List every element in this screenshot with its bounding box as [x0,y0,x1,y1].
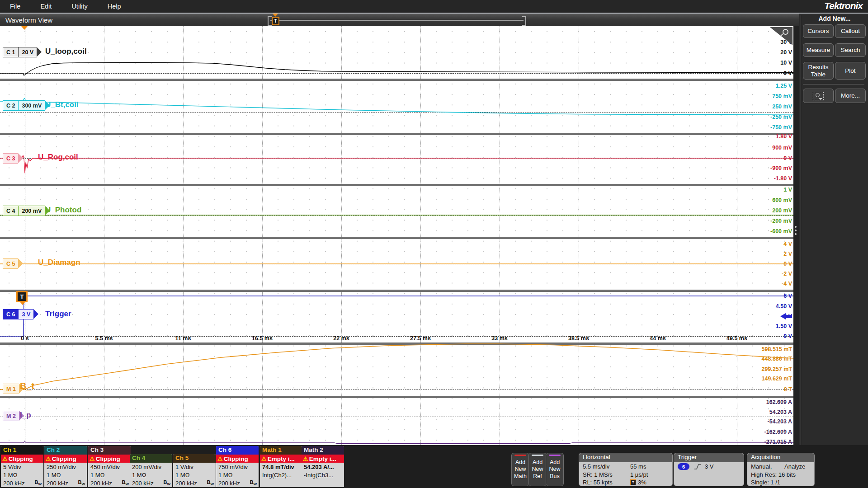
bottom-badge-math2[interactable]: Math 2⚠Empty i...54.203 A/...-Intg(Ch3..… [302,446,344,487]
graticule-division-line [658,26,658,446]
axis-label-M1: 299.257 mT [762,366,792,372]
bottom-badge-math1[interactable]: Math 1⚠Empty i...74.8 mT/divIntg(Ch2)... [260,446,302,487]
bottom-badge-row: 1 MΩ [173,471,216,479]
bottom-badge-row: 200 kHzBW [44,479,87,487]
graticule[interactable] [0,26,793,446]
trigger-panel[interactable]: Trigger 6 3 V [674,453,744,486]
channel-badge-C5[interactable]: C 5 [3,258,23,269]
record-trigger-icon[interactable]: T [272,17,279,25]
time-axis-label: 5.5 ms [95,335,113,342]
bottom-badge-ch4[interactable]: Ch 4200 mV/div1 MΩ200 kHzBW [130,454,172,487]
channel-badge-C1[interactable]: C 120 V [3,47,42,57]
channel-label-C5[interactable]: U_Diamagn [38,258,80,267]
trigger-level-tail [785,315,792,318]
axis-label-C3: -1.80 V [774,175,792,182]
strip-divider [0,237,793,239]
sidebar-button-results-table[interactable]: Results Table [803,62,834,80]
add-new-ref-button[interactable]: AddNewRef [528,453,547,486]
warning-icon: ⚠ [2,455,8,462]
axis-label-C5: -2 V [782,271,792,277]
channel-badge-name: C 2 [3,100,18,111]
channel-badge-C2[interactable]: C 2300 mV [3,100,50,111]
zoom-select-icon [813,92,824,100]
bottom-badge-row: 1 V/div [173,463,216,471]
sidebar-divider [803,84,864,84]
bottom-badge-row: 200 kHzBW [88,479,131,487]
record-trigger-arrow-icon [273,14,278,17]
axis-label-M2: 162.609 A [766,399,792,405]
bottom-badge-ch3[interactable]: Ch 3⚠Clipping450 mV/div1 MΩ200 kHzBW [88,446,131,487]
channel-badge-scale: 3 V [18,309,33,319]
axis-label-C5: 0 V [783,261,792,267]
time-axis-label: 33 ms [491,335,507,342]
channel-badge-C3[interactable]: C 3 [3,153,23,164]
horizontal-window: 55 ms [630,463,646,470]
zoom-corner-button[interactable] [770,27,793,45]
bottom-badge-warning: ⚠Empty i... [260,455,302,463]
channel-badge-C4[interactable]: C 4200 mV [3,206,50,216]
strip-divider [0,79,793,81]
channel-badge-C6[interactable]: C 63 V [3,309,38,319]
menu-item-utility[interactable]: Utility [71,3,87,10]
bottom-badge-row: 200 kHzBW [1,479,43,487]
menu-item-file[interactable]: File [10,3,20,10]
panel-drag-handle[interactable] [795,226,797,235]
add-new-math-button[interactable]: AddNewMath [511,453,529,486]
trigger-T-marker[interactable]: T [16,291,28,302]
record-bar-right-bracket [522,16,526,26]
channel-label-M2[interactable]: I_p [20,411,31,420]
time-axis-label: 44 ms [650,335,665,342]
graticule-division-line [341,26,342,446]
axis-label-C4: 1 V [783,187,792,193]
horizontal-record-length: RL: 55 kpts [583,479,630,486]
horizontal-sample-rate: SR: 1 MS/s [583,471,630,478]
add-new-bus-button[interactable]: AddNewBus [546,453,564,486]
bottom-badge-ch2[interactable]: Ch 2⚠Clipping250 mV/div1 MΩ200 kHzBW [44,446,87,487]
horizontal-panel[interactable]: Horizontal 5.5 ms/div55 ms SR: 1 MS/s1 µ… [579,453,673,486]
add-new-accent [514,455,526,456]
channel-badge-name: C 6 [3,309,18,319]
channel-badge-name: C 1 [3,47,18,57]
trigger-top-marker-icon[interactable] [21,26,28,30]
axis-label-C5: -4 V [782,281,792,287]
axis-label-M2: -54.203 A [768,418,792,425]
bottom-badge-header: Math 1 [260,446,302,455]
record-view-bar[interactable]: T [268,16,526,24]
bottom-badge-warning: ⚠Clipping [1,455,43,463]
bottom-badge-ch6[interactable]: Ch 6⚠Clipping750 mV/div1 MΩ200 kHzBW [216,446,259,487]
axis-label-C4: -600 mV [770,228,792,235]
sidebar-button-measure[interactable]: Measure [803,43,834,57]
trigger-level-arrow[interactable] [780,313,786,319]
bottom-badge-row: 200 kHzBW [173,479,216,487]
sidebar-button-cursors[interactable]: Cursors [803,24,834,38]
channel-badge-scale: 200 mV [18,206,45,216]
channel-label-M1[interactable]: B_t [20,381,34,391]
trigger-T-arrow-icon [20,302,25,305]
bandwidth-limit-icon: BW [78,479,85,486]
menu-item-edit[interactable]: Edit [40,3,52,10]
channel-label-C2[interactable]: U_Bt,coil [45,100,79,109]
bottom-badge-ch5[interactable]: Ch 51 V/div1 MΩ200 kHzBW [173,454,216,487]
sidebar-button-plot[interactable]: Plot [835,62,866,80]
acquisition-mode: Manual, [751,463,784,470]
horizontal-trigger-position: 3% [638,479,646,486]
sidebar-button-callout[interactable]: Callout [835,24,866,38]
time-axis-label: 0 s [21,335,28,342]
channel-label-C1[interactable]: U_loop,coil [45,47,87,56]
sidebar-button-search[interactable]: Search [835,43,866,57]
sidebar-button-more[interactable]: More... [835,89,866,103]
menu-item-help[interactable]: Help [108,3,121,10]
bottom-badge-header: Ch 6 [216,446,259,455]
oscilloscope-screen: FileEditUtilityHelp Tektronix Waveform V… [0,0,868,488]
bottom-badge-ch1[interactable]: Ch 1⚠Clipping5 V/div1 MΩ200 kHzBW [1,446,43,487]
time-axis-label: 11 ms [175,335,191,342]
channel-label-C6[interactable]: Trigger [45,310,71,319]
channel-label-C4[interactable]: U_Photod [45,206,81,215]
time-axis-label: 22 ms [333,335,349,342]
axis-label-M2: 54.203 A [769,409,792,415]
menu-bar: FileEditUtilityHelp [0,0,868,14]
acquisition-panel[interactable]: Acquisition Manual,Analyze High Res: 16 … [747,453,815,486]
sidebar-button-zoom-select[interactable] [803,89,834,103]
channel-label-C3[interactable]: U_Rog,coil [38,153,78,162]
bottom-badge-row: 1 MΩ [130,471,172,479]
